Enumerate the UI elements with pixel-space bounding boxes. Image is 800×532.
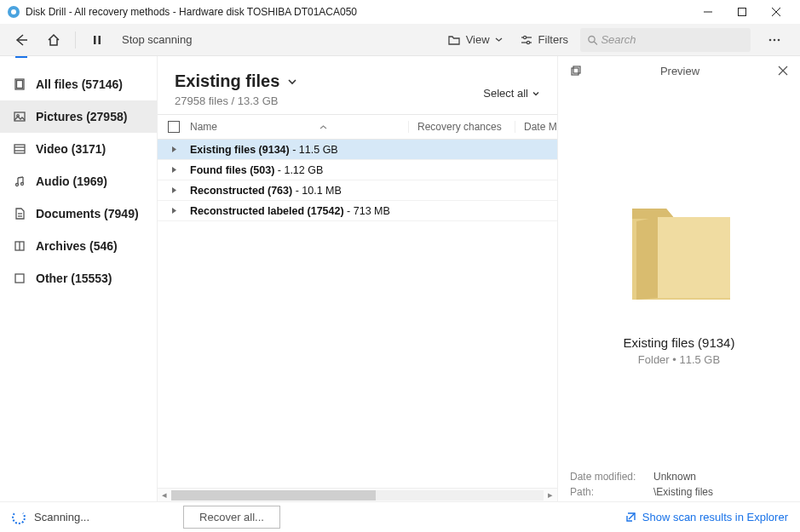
sidebar-item-pictures[interactable]: Pictures (27958) (0, 100, 157, 133)
preview-meta: Folder • 11.5 GB (638, 353, 720, 366)
column-date[interactable]: Date M (515, 121, 557, 133)
row-name: Reconstructed labeled (17542) - 713 MB (190, 205, 557, 217)
archives-icon (12, 239, 27, 253)
table-header: Name Recovery chances Date M (158, 114, 557, 140)
status-text: Scanning... (34, 511, 89, 523)
separator (75, 31, 76, 49)
stop-scanning-label: Stop scanning (122, 33, 192, 46)
filters-button[interactable]: Filters (515, 27, 573, 53)
svg-point-15 (769, 38, 772, 41)
search-input[interactable] (601, 33, 744, 46)
sidebar-item-documents[interactable]: Documents (7949) (0, 197, 157, 230)
documents-icon (12, 207, 27, 220)
expand-icon[interactable] (158, 186, 190, 194)
stop-scanning-button[interactable]: Stop scanning (117, 27, 197, 53)
video-icon (12, 142, 27, 156)
expand-icon[interactable] (158, 166, 190, 174)
search-icon (587, 34, 598, 46)
home-button[interactable] (41, 27, 66, 53)
expand-icon[interactable] (158, 146, 190, 153)
show-in-explorer-link[interactable]: Show scan results in Explorer (624, 511, 788, 523)
sidebar-item-archives[interactable]: Archives (546) (0, 230, 157, 262)
sidebar-item-label: Archives (546) (36, 239, 118, 253)
table-row[interactable]: Reconstructed (763) - 10.1 MB (158, 180, 557, 201)
scroll-left-icon[interactable]: ◂ (158, 489, 171, 501)
app-icon (7, 5, 20, 19)
svg-line-14 (594, 41, 597, 44)
close-button[interactable] (759, 0, 793, 24)
svg-rect-7 (94, 36, 96, 44)
sidebar-item-other[interactable]: Other (15553) (0, 262, 157, 295)
sidebar-item-label: Video (3171) (36, 142, 106, 156)
more-button[interactable] (757, 27, 791, 53)
spinner-icon (12, 511, 26, 524)
svg-rect-8 (99, 36, 101, 44)
other-icon (12, 272, 27, 285)
sidebar-item-label: All files (57146) (36, 77, 123, 91)
svg-point-17 (778, 38, 780, 41)
svg-rect-31 (15, 274, 24, 283)
svg-point-16 (774, 38, 776, 41)
sidebar-item-label: Audio (1969) (36, 174, 107, 188)
preview-name: Existing files (9134) (624, 335, 735, 350)
view-dropdown[interactable]: View (442, 27, 508, 53)
chevron-down-icon (495, 36, 503, 43)
row-name: Found files (503) - 1.12 GB (190, 164, 557, 176)
page-subtitle: 27958 files / 13.3 GB (175, 94, 483, 107)
svg-rect-22 (14, 145, 25, 153)
page-title[interactable]: Existing files (175, 72, 483, 91)
open-external-icon (624, 511, 637, 523)
column-name[interactable]: Name (190, 121, 408, 133)
chevron-down-icon (532, 89, 540, 98)
search-box[interactable] (580, 28, 751, 52)
preview-panel: Preview Existing files (9134) Folder • 1… (557, 56, 800, 501)
horizontal-scrollbar[interactable]: ◂ ▸ (158, 488, 557, 501)
scroll-right-icon[interactable]: ▸ (544, 489, 557, 501)
table-row[interactable]: Existing files (9134) - 11.5 GB (158, 140, 557, 160)
titlebar: Disk Drill - All recovery methods - Hard… (0, 0, 800, 24)
svg-point-11 (523, 36, 526, 38)
row-name: Existing files (9134) - 11.5 GB (190, 144, 557, 156)
svg-rect-20 (14, 112, 25, 121)
pause-icon[interactable] (84, 27, 110, 53)
sidebar-item-label: Documents (7949) (36, 207, 139, 220)
preview-title: Preview (582, 65, 778, 77)
chevron-down-icon (286, 76, 298, 88)
sort-asc-icon (319, 123, 327, 131)
close-preview-button[interactable] (778, 66, 788, 76)
sidebar-item-all-files[interactable]: All files (57146) (0, 68, 157, 100)
path-label: Path: (570, 486, 647, 498)
back-button[interactable] (9, 27, 34, 53)
table-row[interactable]: Found files (503) - 1.12 GB (158, 160, 557, 180)
popout-icon[interactable] (570, 65, 582, 77)
sidebar-item-audio[interactable]: Audio (1969) (0, 165, 157, 197)
sidebar-item-label: Other (15553) (36, 272, 112, 285)
footer: Scanning... Recover all... Show scan res… (0, 501, 800, 532)
svg-rect-19 (17, 81, 23, 89)
folder-large-icon (607, 179, 751, 323)
minimize-button[interactable] (691, 0, 725, 24)
column-recovery[interactable]: Recovery chances (408, 121, 515, 133)
select-all-checkbox[interactable] (168, 121, 180, 133)
sidebar: All files (57146) Pictures (27958) Video… (0, 56, 158, 501)
sidebar-item-label: Pictures (27958) (36, 110, 127, 123)
svg-point-1 (11, 9, 16, 14)
toolbar: Stop scanning View Filters (0, 24, 800, 56)
sidebar-item-video[interactable]: Video (3171) (0, 133, 157, 165)
svg-point-25 (16, 184, 19, 186)
table-body: Existing files (9134) - 11.5 GBFound fil… (158, 140, 557, 488)
window-title: Disk Drill - All recovery methods - Hard… (26, 6, 691, 18)
svg-point-13 (589, 36, 595, 42)
table-row[interactable]: Reconstructed labeled (17542) - 713 MB (158, 201, 557, 221)
recover-all-button[interactable]: Recover all... (183, 506, 280, 529)
date-modified-label: Date modified: (570, 471, 647, 483)
audio-icon (12, 174, 27, 188)
filters-icon (520, 33, 533, 47)
pictures-icon (12, 110, 27, 123)
maximize-button[interactable] (725, 0, 759, 24)
select-all-button[interactable]: Select all (483, 72, 540, 100)
svg-point-26 (21, 183, 24, 186)
scroll-thumb[interactable] (171, 490, 376, 501)
expand-icon[interactable] (158, 207, 190, 215)
row-name: Reconstructed (763) - 10.1 MB (190, 185, 557, 197)
